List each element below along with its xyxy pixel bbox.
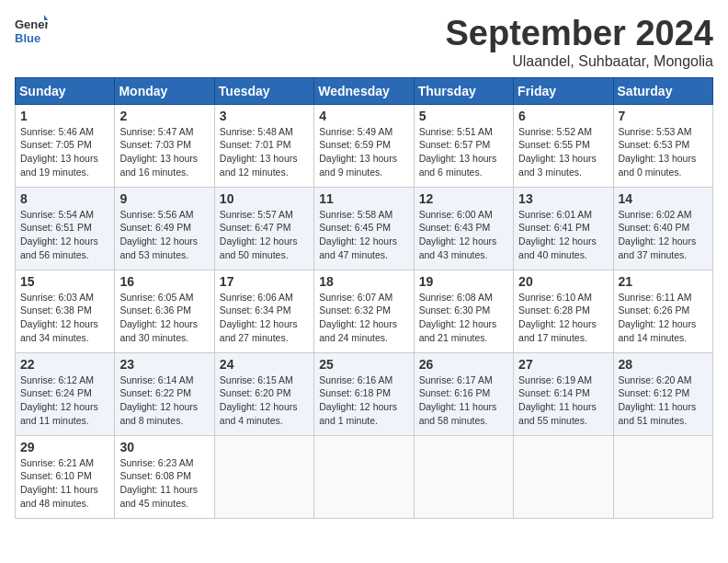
day-number-26: 26 bbox=[419, 357, 508, 372]
day-number-19: 19 bbox=[419, 274, 508, 289]
header-thursday: Thursday bbox=[414, 77, 513, 104]
day-info-8: Sunrise: 5:54 AM Sunset: 6:51 PM Dayligh… bbox=[20, 208, 109, 262]
day-info-27: Sunrise: 6:19 AM Sunset: 6:14 PM Dayligh… bbox=[518, 373, 608, 428]
svg-text:General: General bbox=[15, 17, 48, 31]
day-cell-29: 29Sunrise: 6:21 AM Sunset: 6:10 PM Dayli… bbox=[16, 435, 115, 518]
day-cell-23: 23Sunrise: 6:14 AM Sunset: 6:22 PM Dayli… bbox=[115, 352, 214, 435]
day-info-19: Sunrise: 6:08 AM Sunset: 6:30 PM Dayligh… bbox=[419, 291, 508, 345]
day-info-26: Sunrise: 6:17 AM Sunset: 6:16 PM Dayligh… bbox=[419, 373, 508, 428]
day-number-4: 4 bbox=[319, 109, 408, 123]
day-number-7: 7 bbox=[619, 109, 708, 123]
logo: General Blue bbox=[15, 15, 48, 48]
day-number-5: 5 bbox=[419, 109, 508, 123]
day-info-6: Sunrise: 5:52 AM Sunset: 6:55 PM Dayligh… bbox=[518, 125, 608, 179]
day-info-13: Sunrise: 6:01 AM Sunset: 6:41 PM Dayligh… bbox=[518, 208, 608, 262]
day-number-23: 23 bbox=[119, 357, 209, 372]
empty-cell bbox=[214, 435, 313, 518]
day-cell-15: 15Sunrise: 6:03 AM Sunset: 6:38 PM Dayli… bbox=[16, 270, 115, 352]
day-info-14: Sunrise: 6:02 AM Sunset: 6:40 PM Dayligh… bbox=[619, 208, 708, 262]
day-info-12: Sunrise: 6:00 AM Sunset: 6:43 PM Dayligh… bbox=[419, 208, 508, 262]
day-info-28: Sunrise: 6:20 AM Sunset: 6:12 PM Dayligh… bbox=[619, 373, 708, 428]
day-cell-26: 26Sunrise: 6:17 AM Sunset: 6:16 PM Dayli… bbox=[414, 352, 513, 435]
day-number-14: 14 bbox=[619, 191, 708, 206]
day-cell-7: 7Sunrise: 5:53 AM Sunset: 6:53 PM Daylig… bbox=[613, 104, 712, 187]
header-saturday: Saturday bbox=[613, 77, 712, 104]
day-number-20: 20 bbox=[518, 274, 608, 289]
day-info-15: Sunrise: 6:03 AM Sunset: 6:38 PM Dayligh… bbox=[20, 291, 109, 345]
header-monday: Monday bbox=[115, 77, 214, 104]
day-cell-25: 25Sunrise: 6:16 AM Sunset: 6:18 PM Dayli… bbox=[314, 352, 414, 435]
empty-cell bbox=[514, 435, 613, 518]
week-row-2: 8Sunrise: 5:54 AM Sunset: 6:51 PM Daylig… bbox=[16, 187, 713, 270]
page-header: General Blue September 2024 Ulaandel, Su… bbox=[15, 15, 713, 70]
day-number-12: 12 bbox=[419, 191, 508, 206]
day-info-17: Sunrise: 6:06 AM Sunset: 6:34 PM Dayligh… bbox=[220, 291, 309, 345]
day-info-18: Sunrise: 6:07 AM Sunset: 6:32 PM Dayligh… bbox=[319, 291, 408, 345]
day-info-7: Sunrise: 5:53 AM Sunset: 6:53 PM Dayligh… bbox=[619, 125, 708, 179]
day-info-5: Sunrise: 5:51 AM Sunset: 6:57 PM Dayligh… bbox=[419, 125, 508, 179]
svg-text:Blue: Blue bbox=[15, 31, 40, 45]
day-number-17: 17 bbox=[220, 274, 309, 289]
day-number-6: 6 bbox=[518, 109, 608, 123]
day-number-29: 29 bbox=[20, 440, 109, 454]
day-info-3: Sunrise: 5:48 AM Sunset: 7:01 PM Dayligh… bbox=[220, 125, 309, 179]
day-info-9: Sunrise: 5:56 AM Sunset: 6:49 PM Dayligh… bbox=[119, 208, 209, 262]
title-block: September 2024 Ulaandel, Suhbaatar, Mong… bbox=[446, 15, 714, 70]
day-number-27: 27 bbox=[518, 357, 608, 372]
week-row-3: 15Sunrise: 6:03 AM Sunset: 6:38 PM Dayli… bbox=[16, 270, 713, 352]
month-title: September 2024 bbox=[446, 15, 714, 53]
day-number-15: 15 bbox=[20, 274, 109, 289]
day-cell-22: 22Sunrise: 6:12 AM Sunset: 6:24 PM Dayli… bbox=[16, 352, 115, 435]
day-info-10: Sunrise: 5:57 AM Sunset: 6:47 PM Dayligh… bbox=[220, 208, 309, 262]
day-cell-18: 18Sunrise: 6:07 AM Sunset: 6:32 PM Dayli… bbox=[314, 270, 414, 352]
day-number-8: 8 bbox=[20, 191, 109, 206]
day-info-11: Sunrise: 5:58 AM Sunset: 6:45 PM Dayligh… bbox=[319, 208, 408, 262]
day-cell-3: 3Sunrise: 5:48 AM Sunset: 7:01 PM Daylig… bbox=[214, 104, 313, 187]
day-number-11: 11 bbox=[319, 191, 408, 206]
day-cell-21: 21Sunrise: 6:11 AM Sunset: 6:26 PM Dayli… bbox=[613, 270, 712, 352]
day-number-18: 18 bbox=[319, 274, 408, 289]
header-sunday: Sunday bbox=[16, 77, 115, 104]
day-cell-13: 13Sunrise: 6:01 AM Sunset: 6:41 PM Dayli… bbox=[514, 187, 613, 270]
day-number-21: 21 bbox=[619, 274, 708, 289]
day-cell-28: 28Sunrise: 6:20 AM Sunset: 6:12 PM Dayli… bbox=[613, 352, 712, 435]
day-info-22: Sunrise: 6:12 AM Sunset: 6:24 PM Dayligh… bbox=[20, 373, 109, 428]
logo-svg: General Blue bbox=[15, 15, 48, 48]
day-cell-4: 4Sunrise: 5:49 AM Sunset: 6:59 PM Daylig… bbox=[314, 104, 414, 187]
location-subtitle: Ulaandel, Suhbaatar, Mongolia bbox=[446, 53, 714, 70]
day-number-3: 3 bbox=[220, 109, 309, 123]
day-info-25: Sunrise: 6:16 AM Sunset: 6:18 PM Dayligh… bbox=[319, 373, 408, 428]
empty-cell bbox=[414, 435, 513, 518]
day-info-21: Sunrise: 6:11 AM Sunset: 6:26 PM Dayligh… bbox=[619, 291, 708, 345]
day-number-28: 28 bbox=[619, 357, 708, 372]
day-number-16: 16 bbox=[119, 274, 209, 289]
day-info-1: Sunrise: 5:46 AM Sunset: 7:05 PM Dayligh… bbox=[20, 125, 109, 179]
week-row-5: 29Sunrise: 6:21 AM Sunset: 6:10 PM Dayli… bbox=[16, 435, 713, 518]
day-cell-27: 27Sunrise: 6:19 AM Sunset: 6:14 PM Dayli… bbox=[514, 352, 613, 435]
day-number-25: 25 bbox=[319, 357, 408, 372]
empty-cell bbox=[314, 435, 414, 518]
day-info-4: Sunrise: 5:49 AM Sunset: 6:59 PM Dayligh… bbox=[319, 125, 408, 179]
day-cell-19: 19Sunrise: 6:08 AM Sunset: 6:30 PM Dayli… bbox=[414, 270, 513, 352]
day-info-23: Sunrise: 6:14 AM Sunset: 6:22 PM Dayligh… bbox=[119, 373, 209, 428]
week-row-4: 22Sunrise: 6:12 AM Sunset: 6:24 PM Dayli… bbox=[16, 352, 713, 435]
day-cell-1: 1Sunrise: 5:46 AM Sunset: 7:05 PM Daylig… bbox=[16, 104, 115, 187]
day-number-13: 13 bbox=[518, 191, 608, 206]
day-cell-6: 6Sunrise: 5:52 AM Sunset: 6:55 PM Daylig… bbox=[514, 104, 613, 187]
day-cell-5: 5Sunrise: 5:51 AM Sunset: 6:57 PM Daylig… bbox=[414, 104, 513, 187]
day-cell-12: 12Sunrise: 6:00 AM Sunset: 6:43 PM Dayli… bbox=[414, 187, 513, 270]
day-number-30: 30 bbox=[119, 440, 209, 454]
day-cell-14: 14Sunrise: 6:02 AM Sunset: 6:40 PM Dayli… bbox=[613, 187, 712, 270]
header-friday: Friday bbox=[514, 77, 613, 104]
day-info-30: Sunrise: 6:23 AM Sunset: 6:08 PM Dayligh… bbox=[119, 456, 209, 511]
header-wednesday: Wednesday bbox=[314, 77, 414, 104]
day-cell-11: 11Sunrise: 5:58 AM Sunset: 6:45 PM Dayli… bbox=[314, 187, 414, 270]
day-info-24: Sunrise: 6:15 AM Sunset: 6:20 PM Dayligh… bbox=[220, 373, 309, 428]
day-info-2: Sunrise: 5:47 AM Sunset: 7:03 PM Dayligh… bbox=[119, 125, 209, 179]
day-info-16: Sunrise: 6:05 AM Sunset: 6:36 PM Dayligh… bbox=[119, 291, 209, 345]
header-tuesday: Tuesday bbox=[214, 77, 313, 104]
day-cell-30: 30Sunrise: 6:23 AM Sunset: 6:08 PM Dayli… bbox=[115, 435, 214, 518]
day-cell-2: 2Sunrise: 5:47 AM Sunset: 7:03 PM Daylig… bbox=[115, 104, 214, 187]
day-cell-17: 17Sunrise: 6:06 AM Sunset: 6:34 PM Dayli… bbox=[214, 270, 313, 352]
calendar-table: SundayMondayTuesdayWednesdayThursdayFrid… bbox=[15, 77, 713, 519]
